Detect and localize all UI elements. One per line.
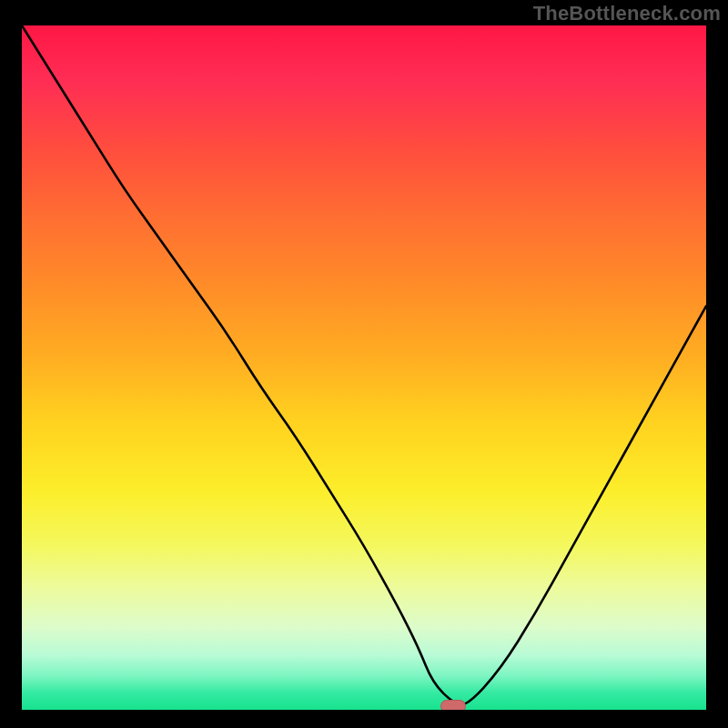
curve-path [22,25,706,705]
bottleneck-curve [22,25,706,710]
plot-area [22,25,706,710]
chart-frame: TheBottleneck.com [0,0,728,728]
optimal-point-marker [440,700,466,710]
watermark-text: TheBottleneck.com [533,2,721,25]
